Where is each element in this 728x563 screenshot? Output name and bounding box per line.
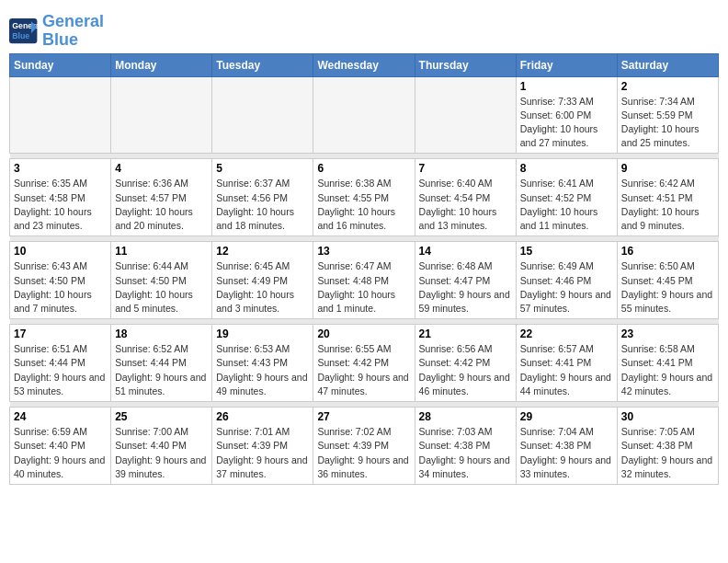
day-number: 7 [419,162,512,175]
calendar-cell: 8Sunrise: 6:41 AM Sunset: 4:52 PM Daylig… [516,159,617,236]
day-info: Sunrise: 7:05 AM Sunset: 4:38 PM Dayligh… [621,425,714,481]
calendar-table: SundayMondayTuesdayWednesdayThursdayFrid… [9,53,719,485]
day-number: 11 [115,245,208,258]
day-info: Sunrise: 6:50 AM Sunset: 4:45 PM Dayligh… [621,259,714,316]
day-info: Sunrise: 6:41 AM Sunset: 4:52 PM Dayligh… [520,177,613,233]
day-info: Sunrise: 6:40 AM Sunset: 4:54 PM Dayligh… [419,177,512,233]
calendar-cell: 23Sunrise: 6:58 AM Sunset: 4:41 PM Dayli… [617,325,718,402]
calendar-week-row: 3Sunrise: 6:35 AM Sunset: 4:58 PM Daylig… [10,159,719,236]
calendar-header-saturday: Saturday [617,53,718,76]
calendar-header-sunday: Sunday [10,53,111,76]
day-info: Sunrise: 6:57 AM Sunset: 4:41 PM Dayligh… [520,342,613,398]
calendar-week-row: 10Sunrise: 6:43 AM Sunset: 4:50 PM Dayli… [10,242,719,319]
day-info: Sunrise: 7:33 AM Sunset: 6:00 PM Dayligh… [520,95,613,151]
calendar-cell: 5Sunrise: 6:37 AM Sunset: 4:56 PM Daylig… [212,159,313,236]
day-number: 3 [14,162,107,175]
calendar-cell: 11Sunrise: 6:44 AM Sunset: 4:50 PM Dayli… [111,242,212,319]
day-info: Sunrise: 6:58 AM Sunset: 4:41 PM Dayligh… [621,342,714,398]
day-number: 23 [621,327,714,340]
day-info: Sunrise: 6:45 AM Sunset: 4:49 PM Dayligh… [216,259,309,316]
logo-icon: General Blue [9,18,39,44]
day-number: 12 [216,245,309,258]
day-number: 22 [520,327,613,340]
day-number: 8 [520,162,613,175]
day-info: Sunrise: 6:48 AM Sunset: 4:47 PM Dayligh… [419,259,512,316]
calendar-header-wednesday: Wednesday [313,53,415,76]
day-info: Sunrise: 7:00 AM Sunset: 4:40 PM Dayligh… [115,425,208,481]
calendar-cell: 25Sunrise: 7:00 AM Sunset: 4:40 PM Dayli… [111,408,212,485]
day-info: Sunrise: 6:43 AM Sunset: 4:50 PM Dayligh… [14,259,107,316]
day-number: 29 [520,410,613,423]
calendar-week-row: 17Sunrise: 6:51 AM Sunset: 4:44 PM Dayli… [10,325,719,402]
day-number: 2 [621,80,714,93]
calendar-cell: 28Sunrise: 7:03 AM Sunset: 4:38 PM Dayli… [415,408,516,485]
calendar-cell: 20Sunrise: 6:55 AM Sunset: 4:42 PM Dayli… [313,325,415,402]
calendar-cell: 26Sunrise: 7:01 AM Sunset: 4:39 PM Dayli… [212,408,313,485]
calendar-cell: 24Sunrise: 6:59 AM Sunset: 4:40 PM Dayli… [10,408,111,485]
calendar-cell: 27Sunrise: 7:02 AM Sunset: 4:39 PM Dayli… [313,408,415,485]
calendar-header-tuesday: Tuesday [212,53,313,76]
day-number: 13 [317,245,410,258]
day-number: 27 [317,410,410,423]
calendar-cell: 7Sunrise: 6:40 AM Sunset: 4:54 PM Daylig… [415,159,516,236]
calendar-cell [313,76,415,154]
calendar-cell: 3Sunrise: 6:35 AM Sunset: 4:58 PM Daylig… [10,159,111,236]
day-info: Sunrise: 6:49 AM Sunset: 4:46 PM Dayligh… [520,259,613,316]
calendar-cell: 14Sunrise: 6:48 AM Sunset: 4:47 PM Dayli… [415,242,516,319]
logo-text: General Blue [42,13,104,50]
day-number: 25 [115,410,208,423]
day-info: Sunrise: 6:53 AM Sunset: 4:43 PM Dayligh… [216,342,309,398]
day-info: Sunrise: 6:55 AM Sunset: 4:42 PM Dayligh… [317,342,410,398]
day-info: Sunrise: 6:37 AM Sunset: 4:56 PM Dayligh… [216,177,309,233]
calendar-cell: 13Sunrise: 6:47 AM Sunset: 4:48 PM Dayli… [313,242,415,319]
day-number: 28 [419,410,512,423]
day-number: 20 [317,327,410,340]
day-number: 15 [520,245,613,258]
calendar-cell: 19Sunrise: 6:53 AM Sunset: 4:43 PM Dayli… [212,325,313,402]
logo: General Blue General Blue [9,13,104,50]
calendar-header-monday: Monday [111,53,212,76]
calendar-cell: 15Sunrise: 6:49 AM Sunset: 4:46 PM Dayli… [516,242,617,319]
calendar-cell: 29Sunrise: 7:04 AM Sunset: 4:38 PM Dayli… [516,408,617,485]
day-info: Sunrise: 6:51 AM Sunset: 4:44 PM Dayligh… [14,342,107,398]
calendar-cell: 18Sunrise: 6:52 AM Sunset: 4:44 PM Dayli… [111,325,212,402]
calendar-cell: 12Sunrise: 6:45 AM Sunset: 4:49 PM Dayli… [212,242,313,319]
day-info: Sunrise: 6:59 AM Sunset: 4:40 PM Dayligh… [14,425,107,481]
day-info: Sunrise: 6:42 AM Sunset: 4:51 PM Dayligh… [621,177,714,233]
day-number: 26 [216,410,309,423]
calendar-cell: 10Sunrise: 6:43 AM Sunset: 4:50 PM Dayli… [10,242,111,319]
day-number: 24 [14,410,107,423]
calendar-cell: 9Sunrise: 6:42 AM Sunset: 4:51 PM Daylig… [617,159,718,236]
day-number: 21 [419,327,512,340]
svg-text:Blue: Blue [12,30,29,40]
calendar-cell [212,76,313,154]
calendar-cell: 6Sunrise: 6:38 AM Sunset: 4:55 PM Daylig… [313,159,415,236]
day-info: Sunrise: 6:35 AM Sunset: 4:58 PM Dayligh… [14,177,107,233]
day-number: 14 [419,245,512,258]
day-info: Sunrise: 7:01 AM Sunset: 4:39 PM Dayligh… [216,425,309,481]
calendar-cell: 21Sunrise: 6:56 AM Sunset: 4:42 PM Dayli… [415,325,516,402]
calendar-cell [111,76,212,154]
calendar-cell: 16Sunrise: 6:50 AM Sunset: 4:45 PM Dayli… [617,242,718,319]
day-number: 30 [621,410,714,423]
calendar-cell: 2Sunrise: 7:34 AM Sunset: 5:59 PM Daylig… [617,76,718,154]
calendar-cell: 17Sunrise: 6:51 AM Sunset: 4:44 PM Dayli… [10,325,111,402]
day-info: Sunrise: 6:56 AM Sunset: 4:42 PM Dayligh… [419,342,512,398]
calendar-header-row: SundayMondayTuesdayWednesdayThursdayFrid… [10,53,719,76]
day-info: Sunrise: 6:47 AM Sunset: 4:48 PM Dayligh… [317,259,410,316]
day-number: 1 [520,80,613,93]
calendar-week-row: 1Sunrise: 7:33 AM Sunset: 6:00 PM Daylig… [10,76,719,154]
calendar-cell: 30Sunrise: 7:05 AM Sunset: 4:38 PM Dayli… [617,408,718,485]
calendar-cell: 4Sunrise: 6:36 AM Sunset: 4:57 PM Daylig… [111,159,212,236]
calendar-cell: 1Sunrise: 7:33 AM Sunset: 6:00 PM Daylig… [516,76,617,154]
day-number: 4 [115,162,208,175]
day-info: Sunrise: 7:02 AM Sunset: 4:39 PM Dayligh… [317,425,410,481]
calendar-week-row: 24Sunrise: 6:59 AM Sunset: 4:40 PM Dayli… [10,408,719,485]
day-info: Sunrise: 6:44 AM Sunset: 4:50 PM Dayligh… [115,259,208,316]
day-number: 6 [317,162,410,175]
day-number: 17 [14,327,107,340]
day-number: 9 [621,162,714,175]
calendar-cell [10,76,111,154]
calendar-cell: 22Sunrise: 6:57 AM Sunset: 4:41 PM Dayli… [516,325,617,402]
calendar-header-thursday: Thursday [415,53,516,76]
